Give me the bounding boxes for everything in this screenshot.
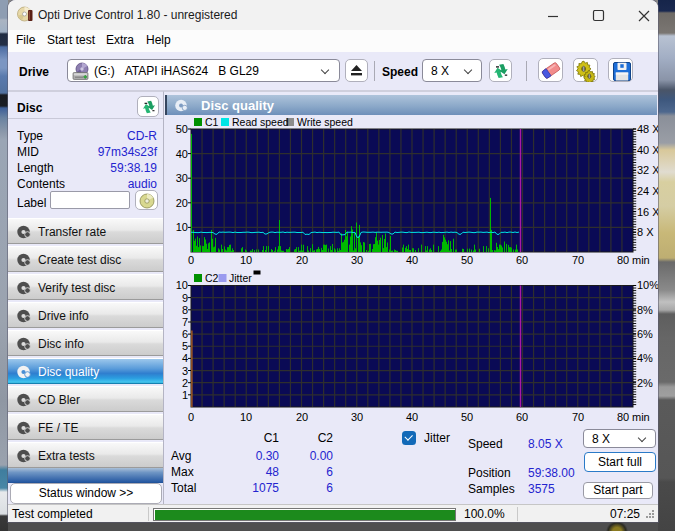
- svg-text:50: 50: [461, 254, 473, 266]
- svg-text:2%: 2%: [637, 377, 653, 389]
- svg-text:20: 20: [296, 254, 308, 266]
- svg-text:9: 9: [182, 292, 188, 304]
- svg-text:0: 0: [188, 411, 194, 423]
- svg-text:0: 0: [188, 254, 194, 266]
- svg-text:40: 40: [406, 254, 418, 266]
- svg-text:80: 80: [617, 254, 629, 266]
- svg-text:Write speed: Write speed: [297, 116, 353, 128]
- svg-text:30: 30: [351, 254, 363, 266]
- svg-text:Jitter: Jitter: [229, 272, 252, 284]
- svg-text:50: 50: [461, 411, 473, 423]
- svg-text:32 X: 32 X: [637, 164, 658, 176]
- svg-text:C1: C1: [205, 116, 219, 128]
- svg-text:20: 20: [296, 411, 308, 423]
- svg-text:3: 3: [182, 365, 188, 377]
- svg-text:6%: 6%: [637, 328, 653, 340]
- svg-text:70: 70: [572, 411, 584, 423]
- svg-text:1: 1: [182, 389, 188, 401]
- svg-text:10%: 10%: [637, 279, 658, 291]
- svg-text:40: 40: [176, 148, 188, 160]
- svg-text:8%: 8%: [637, 304, 653, 316]
- svg-text:30: 30: [176, 172, 188, 184]
- svg-text:4%: 4%: [637, 352, 653, 364]
- svg-text:50: 50: [176, 123, 188, 135]
- svg-text:10: 10: [240, 411, 252, 423]
- svg-text:10: 10: [240, 254, 252, 266]
- svg-text:8: 8: [182, 304, 188, 316]
- svg-text:40: 40: [406, 411, 418, 423]
- svg-text:min: min: [632, 411, 650, 423]
- svg-text:C2: C2: [205, 272, 219, 284]
- svg-text:10: 10: [176, 221, 188, 233]
- svg-text:min: min: [632, 254, 650, 266]
- svg-text:Read speed: Read speed: [232, 116, 289, 128]
- svg-text:16 X: 16 X: [637, 206, 658, 218]
- svg-text:30: 30: [351, 411, 363, 423]
- svg-text:8 X: 8 X: [637, 226, 654, 238]
- svg-text:80: 80: [617, 411, 629, 423]
- svg-text:70: 70: [572, 254, 584, 266]
- svg-text:6: 6: [182, 328, 188, 340]
- svg-text:20: 20: [176, 197, 188, 209]
- svg-text:7: 7: [182, 316, 188, 328]
- svg-text:24 X: 24 X: [637, 185, 658, 197]
- svg-text:40 X: 40 X: [637, 144, 658, 156]
- svg-text:5: 5: [182, 340, 188, 352]
- svg-text:4: 4: [182, 352, 188, 364]
- svg-text:60: 60: [516, 411, 528, 423]
- svg-text:60: 60: [516, 254, 528, 266]
- svg-text:2: 2: [182, 377, 188, 389]
- svg-text:10: 10: [176, 279, 188, 291]
- svg-text:48 X: 48 X: [637, 123, 658, 135]
